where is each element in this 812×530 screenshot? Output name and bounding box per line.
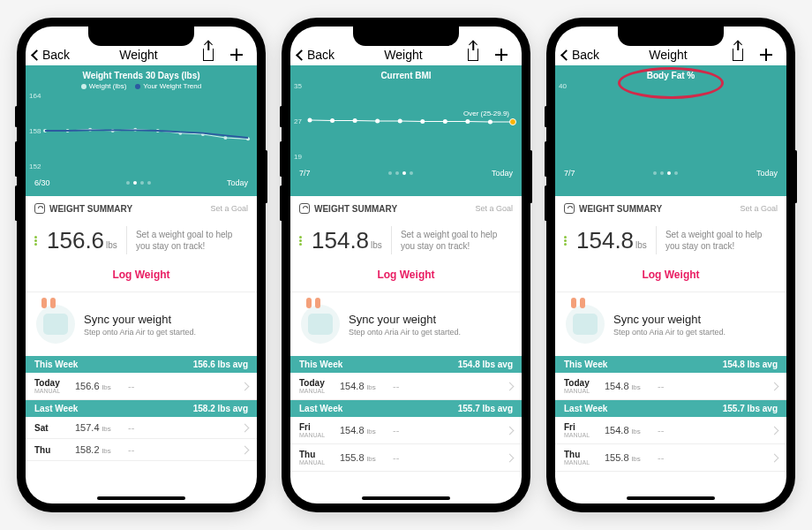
page-dots[interactable] [653, 169, 678, 178]
svg-text:Over (25-29.9): Over (25-29.9) [463, 110, 509, 117]
set-goal-link[interactable]: Set a Goal [475, 204, 513, 213]
svg-text:40: 40 [559, 82, 567, 90]
share-button[interactable] [200, 47, 216, 63]
scale-icon [34, 203, 45, 214]
weight-row[interactable]: TodayMANUAL 154.8 lbs -- [290, 373, 522, 400]
svg-point-11 [223, 136, 227, 140]
add-button[interactable] [758, 47, 774, 63]
weight-value: 154.8 [312, 227, 369, 254]
svg-point-16 [308, 118, 312, 123]
sync-card[interactable]: Sync your weight Step onto Aria Air to g… [555, 292, 786, 356]
home-indicator [362, 496, 450, 500]
sync-title: Sync your weight [613, 313, 726, 326]
chevron-left-icon [31, 49, 42, 61]
chart-panel[interactable]: Body Fat % 40 7/7 Today [555, 65, 786, 196]
x-end-label: Today [227, 178, 248, 187]
weight-row[interactable]: FriMANUAL 154.8 lbs -- [555, 417, 786, 444]
x-end-label: Today [492, 169, 513, 178]
page-dots[interactable] [126, 178, 151, 187]
chevron-left-icon [296, 49, 307, 61]
trend-dots-icon [564, 235, 575, 246]
sync-sub: Step onto Aria Air to get started. [84, 328, 196, 337]
chart-panel[interactable]: Current BMI 352719Over (25-29.9) 7/7 Tod… [290, 65, 522, 196]
chevron-right-icon [771, 426, 779, 435]
chevron-right-icon [506, 426, 515, 435]
chevron-right-icon [771, 453, 779, 462]
sync-title: Sync your weight [84, 313, 196, 326]
share-button[interactable] [730, 47, 746, 63]
chevron-right-icon [241, 423, 250, 432]
summary-header: WEIGHT SUMMARY Set a Goal [555, 196, 786, 221]
weight-row[interactable]: Sat 157.4 lbs -- [26, 417, 257, 439]
notch [88, 26, 194, 46]
week-header: Last Week158.2 lbs avg [26, 400, 257, 417]
weight-row[interactable]: FriMANUAL 154.8 lbs -- [290, 417, 522, 444]
trend-dots-icon [34, 235, 45, 246]
svg-point-21 [420, 119, 425, 124]
chart-legend: Weight (lbs)Your Weight Trend [26, 82, 257, 90]
weight-row[interactable]: TodayMANUAL 154.8 lbs -- [555, 373, 786, 400]
back-label: Back [42, 48, 70, 62]
home-indicator [97, 496, 185, 500]
trend-dots-icon [299, 235, 310, 246]
scale-icon [299, 203, 310, 214]
page-title: Weight [119, 48, 157, 62]
weight-summary: 154.8lbs Set a weight goal to help you s… [290, 221, 522, 263]
week-header: This Week156.6 lbs avg [26, 356, 257, 373]
weight-row[interactable]: ThuMANUAL 155.8 lbs -- [290, 444, 522, 472]
log-weight-button[interactable]: Log Weight [555, 263, 786, 292]
x-start-label: 7/7 [299, 169, 311, 178]
svg-point-23 [465, 119, 470, 124]
home-indicator [627, 496, 715, 500]
notch [353, 26, 459, 46]
add-button[interactable] [493, 47, 509, 63]
week-header: This Week154.8 lbs avg [555, 356, 786, 373]
share-button[interactable] [465, 47, 481, 63]
svg-text:152: 152 [29, 163, 41, 170]
weight-summary: 156.6lbs Set a weight goal to help you s… [26, 221, 257, 263]
page-dots[interactable] [388, 169, 413, 178]
x-end-label: Today [756, 169, 778, 178]
aria-scale-icon [301, 305, 340, 344]
set-goal-link[interactable]: Set a Goal [210, 204, 248, 213]
week-header: Last Week155.7 lbs avg [290, 400, 522, 417]
chart-title: Current BMI [290, 71, 522, 80]
share-icon [203, 49, 214, 61]
scale-icon [564, 203, 575, 214]
phone-3: Back Weight Body Fat % 40 7/7 Today WEIG… [546, 18, 795, 512]
chart-title: Weight Trends 30 Days (lbs) [26, 71, 257, 80]
svg-text:27: 27 [294, 117, 302, 125]
share-icon [733, 49, 743, 61]
page-title: Weight [649, 48, 687, 62]
sync-card[interactable]: Sync your weight Step onto Aria Air to g… [290, 292, 522, 356]
back-button[interactable]: Back [33, 48, 119, 62]
chevron-left-icon [560, 49, 572, 61]
page-title: Weight [384, 48, 422, 62]
notch [618, 26, 724, 46]
svg-text:164: 164 [29, 92, 41, 100]
set-goal-link[interactable]: Set a Goal [740, 204, 778, 213]
week-header: Last Week155.7 lbs avg [555, 400, 786, 417]
svg-text:19: 19 [294, 153, 302, 161]
weight-summary: 154.8lbs Set a weight goal to help you s… [555, 221, 786, 263]
back-button[interactable]: Back [562, 48, 649, 62]
back-button[interactable]: Back [297, 48, 384, 62]
weight-row[interactable]: TodayMANUAL 156.6 lbs -- [26, 373, 257, 400]
plus-icon [494, 48, 508, 62]
svg-point-20 [398, 119, 402, 124]
sync-card[interactable]: Sync your weight Step onto Aria Air to g… [26, 292, 257, 356]
svg-point-19 [375, 119, 380, 124]
weight-row[interactable]: ThuMANUAL 155.8 lbs -- [555, 444, 786, 472]
chevron-right-icon [241, 382, 250, 390]
weight-row[interactable]: Thu 158.2 lbs -- [26, 439, 257, 461]
log-weight-button[interactable]: Log Weight [290, 263, 522, 292]
week-header: This Week154.8 lbs avg [290, 356, 522, 373]
log-weight-button[interactable]: Log Weight [26, 263, 257, 292]
goal-hint: Set a weight goal to help you stay on tr… [401, 229, 513, 252]
svg-point-18 [353, 118, 357, 123]
phone-2: Back Weight Current BMI 352719Over (25-2… [282, 18, 530, 512]
svg-text:158: 158 [29, 127, 41, 135]
chart-panel[interactable]: Weight Trends 30 Days (lbs) Weight (lbs)… [26, 65, 257, 196]
goal-hint: Set a weight goal to help you stay on tr… [136, 229, 248, 252]
add-button[interactable] [229, 47, 244, 63]
